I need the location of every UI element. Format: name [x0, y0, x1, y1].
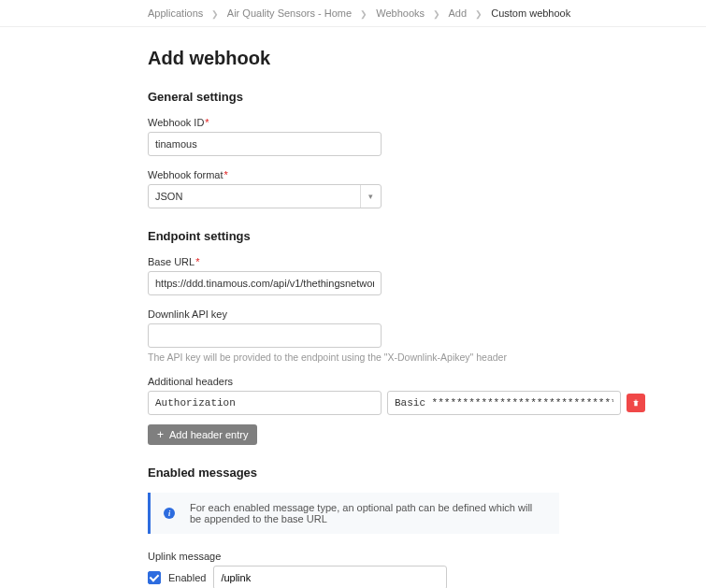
base-url-label: Base URL*	[148, 256, 706, 267]
section-enabled-title: Enabled messages	[148, 466, 706, 480]
uplink-message-label: Uplink message	[148, 551, 706, 562]
downlink-api-key-label: Downlink API key	[148, 308, 706, 320]
uplink-enabled-label: Enabled	[168, 572, 206, 583]
header-value-input[interactable]	[387, 391, 621, 415]
uplink-enabled-checkbox[interactable]	[148, 571, 161, 584]
webhook-id-input[interactable]	[148, 132, 382, 156]
header-row	[148, 391, 706, 415]
trash-icon	[631, 398, 641, 408]
breadcrumb-item[interactable]: Air Quality Sensors - Home	[227, 7, 352, 19]
chevron-right-icon: ❯	[433, 9, 440, 19]
breadcrumb-item[interactable]: Webhooks	[376, 7, 425, 19]
additional-headers-label: Additional headers	[148, 376, 706, 387]
webhook-id-label: Webhook ID*	[148, 117, 706, 128]
add-header-button[interactable]: + Add header entry	[148, 424, 257, 445]
breadcrumb: Applications ❯ Air Quality Sensors - Hom…	[0, 0, 706, 27]
info-text: For each enabled message type, an option…	[190, 502, 546, 524]
webhook-format-select[interactable]	[148, 184, 382, 208]
breadcrumb-item[interactable]: Applications	[148, 7, 203, 19]
info-icon: i	[164, 508, 175, 519]
page-title: Add webhook	[148, 48, 706, 69]
chevron-right-icon: ❯	[211, 9, 219, 19]
section-general-title: General settings	[148, 90, 706, 104]
breadcrumb-current: Custom webhook	[491, 7, 570, 19]
uplink-path-input[interactable]	[213, 566, 447, 588]
breadcrumb-item[interactable]: Add	[449, 7, 468, 19]
chevron-right-icon: ❯	[475, 9, 483, 19]
webhook-format-label: Webhook format*	[148, 169, 706, 180]
chevron-right-icon: ❯	[360, 9, 367, 19]
plus-icon: +	[157, 429, 164, 440]
downlink-api-key-hint: The API key will be provided to the endp…	[148, 351, 706, 363]
section-endpoint-title: Endpoint settings	[148, 229, 706, 243]
downlink-api-key-input[interactable]	[148, 323, 382, 348]
header-key-input[interactable]	[148, 391, 382, 415]
base-url-input[interactable]	[148, 271, 382, 295]
delete-header-button[interactable]	[627, 394, 645, 412]
info-banner: i For each enabled message type, an opti…	[148, 493, 559, 534]
